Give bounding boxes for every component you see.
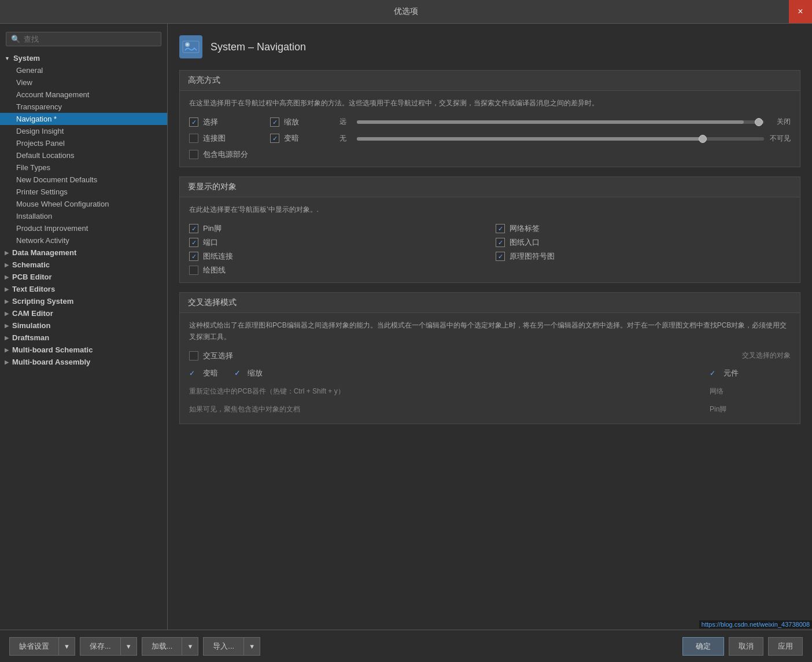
checkbox-port[interactable] xyxy=(189,238,198,247)
checkbox-sheet-connection[interactable] xyxy=(189,252,198,261)
section-cross-select: 交叉选择模式 这种模式给出了在原理图和PCB编辑器之间选择对象的能力。当此模式在… xyxy=(179,292,800,424)
cancel-button[interactable]: 取消 xyxy=(729,637,763,656)
import-button[interactable]: 导入... xyxy=(203,637,244,656)
cb-connection[interactable]: 连接图 xyxy=(189,133,259,144)
checkbox-cross-select[interactable] xyxy=(189,351,198,361)
watermark: https://blog.csdn.net/weixin_43738008 xyxy=(699,620,812,628)
import-arrow[interactable]: ▼ xyxy=(244,637,260,656)
objects-grid: Pin脚 网络标签 端口 图纸入口 xyxy=(189,223,791,275)
sidebar-item-label: Transparency xyxy=(16,102,62,111)
sidebar-item-label: Multi-board Schematic xyxy=(12,345,93,354)
sidebar-item-text-editors[interactable]: ▶ Text Editors xyxy=(0,283,167,295)
sidebar-item-scripting-system[interactable]: ▶ Scripting System xyxy=(0,295,167,307)
triangle-icon: ▶ xyxy=(5,274,9,280)
sidebar-item-printer-settings[interactable]: Printer Settings xyxy=(0,186,167,198)
load-button[interactable]: 加载... xyxy=(142,637,183,656)
sidebar-item-draftsman[interactable]: ▶ Draftsman xyxy=(0,332,167,344)
sidebar-item-design-insight[interactable]: Design Insight xyxy=(0,125,167,137)
checkbox-dim[interactable] xyxy=(270,134,279,143)
save-arrow[interactable]: ▼ xyxy=(121,637,137,656)
cross-right-title: 交叉选择的对象 xyxy=(742,351,791,361)
main-container: 🔍 ▼ System General View Account Manageme… xyxy=(0,23,812,630)
sidebar-item-label: Printer Settings xyxy=(16,187,68,196)
section-display-objects: 要显示的对象 在此处选择要在'导航面板'中显示的对象。. Pin脚 网络标签 端… xyxy=(179,176,800,283)
sidebar: 🔍 ▼ System General View Account Manageme… xyxy=(0,24,168,630)
cb-pin[interactable]: Pin脚 xyxy=(189,223,484,234)
cb-sheet-connection[interactable]: 图纸连接 xyxy=(189,251,484,262)
bottom-bar: 缺省设置 ▼ 保存... ▼ 加载... ▼ 导入... ▼ 确定 取消 应用 xyxy=(0,630,812,662)
sidebar-item-label: Multi-board Assembly xyxy=(12,358,90,366)
sidebar-item-cam-editor[interactable]: ▶ CAM Editor xyxy=(0,307,167,319)
cb-dim[interactable]: 变暗 xyxy=(270,133,328,144)
sidebar-item-label: Design Insight xyxy=(16,127,64,135)
cross-desc: 这种模式给出了在原理图和PCB编辑器之间选择对象的能力。当此模式在一个编辑器中的… xyxy=(189,320,791,342)
sidebar-item-network-activity[interactable]: Network Activity xyxy=(0,234,167,247)
cb-net-label[interactable]: 网络标签 xyxy=(496,223,791,234)
sidebar-item-view[interactable]: View xyxy=(0,76,167,89)
slider-far: 远 关闭 xyxy=(339,117,791,127)
triangle-icon: ▶ xyxy=(5,299,9,304)
sidebar-item-label: Projects Panel xyxy=(16,139,65,148)
checkbox-connection[interactable] xyxy=(189,134,198,143)
load-arrow[interactable]: ▼ xyxy=(182,637,198,656)
svg-point-2 xyxy=(186,43,189,46)
cb-drawing-wire[interactable]: 绘图线 xyxy=(189,265,484,275)
sidebar-item-navigation[interactable]: Navigation * xyxy=(0,113,167,125)
sidebar-item-pcb-editor[interactable]: ▶ PCB Editor xyxy=(0,271,167,283)
apply-button[interactable]: 应用 xyxy=(768,637,803,656)
sidebar-item-data-management[interactable]: ▶ Data Management xyxy=(0,247,167,259)
search-bar[interactable]: 🔍 xyxy=(6,32,161,46)
sidebar-item-mouse-wheel[interactable]: Mouse Wheel Configuration xyxy=(0,198,167,210)
sidebar-item-label: Schematic xyxy=(12,260,50,269)
cross-net: 网络 xyxy=(710,384,791,399)
sidebar-item-account-management[interactable]: Account Management xyxy=(0,89,167,101)
sidebar-item-default-locations[interactable]: Default Locations xyxy=(0,149,167,161)
cb-port[interactable]: 端口 xyxy=(189,237,484,248)
search-input[interactable] xyxy=(24,35,156,43)
default-settings-button[interactable]: 缺省设置 xyxy=(9,637,59,656)
cb-zoom[interactable]: 缩放 xyxy=(270,117,328,127)
bottom-left-buttons: 缺省设置 ▼ 保存... ▼ 加载... ▼ 导入... ▼ xyxy=(9,637,260,656)
checkbox-net-label[interactable] xyxy=(496,224,505,233)
cb-power[interactable]: 包含电源部分 xyxy=(189,149,259,160)
sidebar-item-system[interactable]: ▼ System xyxy=(0,52,167,64)
sidebar-item-new-document-defaults[interactable]: New Document Defaults xyxy=(0,174,167,186)
checkbox-schematic-symbol[interactable] xyxy=(496,252,505,261)
save-button[interactable]: 保存... xyxy=(80,637,121,656)
btn-group-default: 缺省设置 ▼ xyxy=(9,637,75,656)
close-button[interactable]: × xyxy=(789,0,812,23)
cb-schematic-symbol[interactable]: 原理图符号图 xyxy=(496,251,791,262)
checkbox-drawing-wire[interactable] xyxy=(189,266,198,275)
sidebar-item-schematic[interactable]: ▶ Schematic xyxy=(0,259,167,271)
cb-select[interactable]: 选择 xyxy=(189,117,259,127)
sidebar-item-file-types[interactable]: File Types xyxy=(0,161,167,174)
checkbox-select[interactable] xyxy=(189,117,198,127)
default-settings-arrow[interactable]: ▼ xyxy=(59,637,75,656)
sidebar-item-label: Data Management xyxy=(12,248,76,257)
sidebar-item-multiboard-assembly[interactable]: ▶ Multi-board Assembly xyxy=(0,356,167,368)
section-highlight: 高亮方式 在这里选择用于在导航过程中高亮图形对象的方法。这些选项用于在导航过程中… xyxy=(179,70,800,167)
sidebar-item-transparency[interactable]: Transparency xyxy=(0,101,167,113)
cb-sheet-entry[interactable]: 图纸入口 xyxy=(496,237,791,248)
svg-rect-0 xyxy=(183,41,199,53)
sidebar-item-installation[interactable]: Installation xyxy=(0,210,167,222)
cross-item-component: ✓ 元件 xyxy=(710,366,791,381)
section-body-objects: 在此处选择要在'导航面板'中显示的对象。. Pin脚 网络标签 端口 xyxy=(180,197,800,282)
cb-cross-select[interactable]: 交互选择 xyxy=(189,351,233,361)
checkbox-sheet-entry[interactable] xyxy=(496,238,505,247)
sidebar-item-label: Default Locations xyxy=(16,151,74,160)
sidebar-item-multiboard-schematic[interactable]: ▶ Multi-board Schematic xyxy=(0,344,167,356)
btn-group-import: 导入... ▼ xyxy=(203,637,260,656)
ok-button[interactable]: 确定 xyxy=(682,637,724,656)
sidebar-item-general[interactable]: General xyxy=(0,64,167,76)
sidebar-item-label: View xyxy=(16,78,32,87)
checkbox-zoom[interactable] xyxy=(270,117,279,127)
slider-none: 无 不可见 xyxy=(339,134,791,144)
sidebar-item-product-improvement[interactable]: Product Improvement xyxy=(0,222,167,234)
content-header: System – Navigation xyxy=(179,35,800,58)
title-bar: 优选项 × xyxy=(0,0,812,23)
sidebar-item-projects-panel[interactable]: Projects Panel xyxy=(0,137,167,149)
checkbox-pin[interactable] xyxy=(189,224,198,233)
sidebar-item-simulation[interactable]: ▶ Simulation xyxy=(0,319,167,332)
checkbox-power[interactable] xyxy=(189,150,198,159)
